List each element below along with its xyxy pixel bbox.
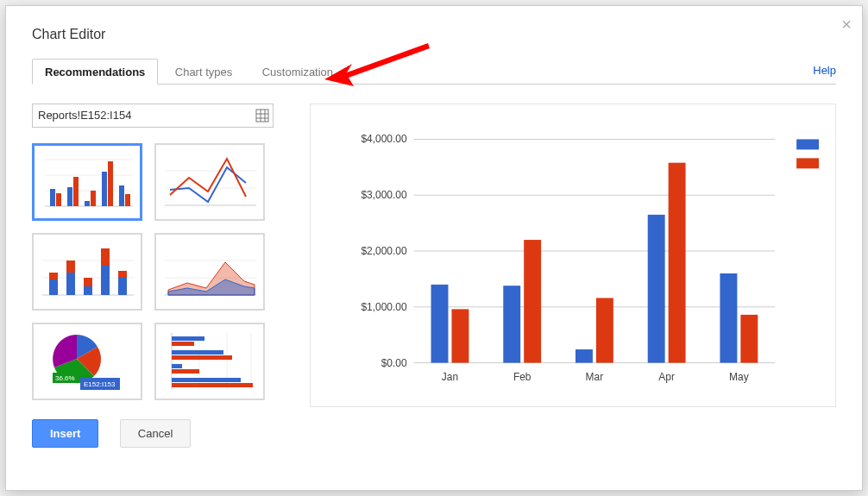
button-row: Insert Cancel [32,419,282,448]
thumbnail-grid: 36.6% E152:I153 [32,143,282,400]
svg-rect-13 [85,201,90,206]
range-box [32,104,274,128]
svg-rect-46 [172,336,204,341]
chart-editor-dialog: × Chart Editor Recommendations Chart typ… [5,5,863,491]
chart-preview: $0.00$1,000.00$2,000.00$3,000.00$4,000.0… [310,104,836,407]
thumb-area[interactable] [154,233,265,311]
svg-rect-67 [503,286,520,362]
svg-text:Feb: Feb [513,371,531,383]
svg-rect-0 [256,110,268,122]
thumb-line[interactable] [154,143,265,221]
svg-rect-15 [102,172,107,206]
svg-rect-70 [576,349,593,363]
svg-text:Jan: Jan [442,371,458,383]
svg-text:$3,000.00: $3,000.00 [361,189,407,201]
svg-rect-16 [108,161,113,206]
insert-button[interactable]: Insert [32,419,98,448]
svg-text:May: May [729,371,749,383]
svg-rect-31 [101,266,110,295]
svg-text:$4,000.00: $4,000.00 [361,133,407,145]
svg-rect-30 [84,278,92,286]
svg-text:$1,000.00: $1,000.00 [361,301,407,313]
svg-rect-33 [118,278,127,295]
svg-rect-28 [66,261,75,273]
svg-rect-71 [596,298,613,362]
svg-text:$2,000.00: $2,000.00 [361,245,407,257]
pie-percent-label: 36.6% [55,374,75,382]
svg-rect-79 [796,139,819,149]
svg-rect-65 [451,309,469,362]
svg-rect-17 [119,185,124,206]
svg-rect-12 [73,177,79,206]
svg-rect-9 [50,189,55,206]
svg-rect-53 [172,383,253,387]
svg-rect-10 [56,193,61,206]
svg-rect-26 [49,273,58,279]
svg-rect-27 [66,273,75,295]
range-input[interactable] [33,104,273,126]
tab-chart-types[interactable]: Chart types [162,59,245,85]
svg-rect-52 [172,378,241,382]
svg-rect-50 [172,364,182,368]
svg-text:$0.00: $0.00 [381,357,407,369]
tab-recommendations[interactable]: Recommendations [32,59,158,85]
svg-rect-29 [84,286,92,295]
svg-rect-25 [49,279,58,295]
svg-rect-73 [648,215,665,363]
thumb-pie[interactable]: 36.6% E152:I153 [32,323,142,400]
left-panel: 36.6% E152:I153 [32,104,282,448]
svg-rect-49 [172,355,232,360]
svg-rect-74 [669,163,686,363]
svg-rect-51 [172,369,199,374]
pie-tooltip: E152:I153 [84,380,116,388]
svg-rect-48 [172,350,223,355]
svg-rect-32 [101,248,110,266]
svg-rect-77 [740,315,758,363]
close-icon[interactable]: × [841,15,852,35]
thumb-grouped-bar[interactable] [32,143,142,221]
svg-rect-14 [91,191,96,206]
tab-row: Recommendations Chart types Customizatio… [32,58,836,85]
thumb-horizontal-bar[interactable] [154,323,265,400]
svg-rect-11 [67,187,72,206]
tab-customization[interactable]: Customization [249,59,346,85]
svg-rect-64 [431,285,449,363]
svg-rect-47 [172,342,194,346]
svg-rect-34 [118,271,127,278]
thumb-stacked-bar[interactable] [32,233,142,311]
svg-rect-68 [524,240,541,363]
svg-text:Mar: Mar [586,371,604,383]
svg-text:Apr: Apr [658,371,675,383]
svg-rect-80 [796,158,819,168]
dialog-title: Chart Editor [32,27,836,42]
grid-icon[interactable] [255,109,269,126]
cancel-button[interactable]: Cancel [120,419,191,448]
svg-rect-76 [720,273,737,363]
help-link[interactable]: Help [813,64,836,77]
svg-rect-18 [125,194,130,206]
